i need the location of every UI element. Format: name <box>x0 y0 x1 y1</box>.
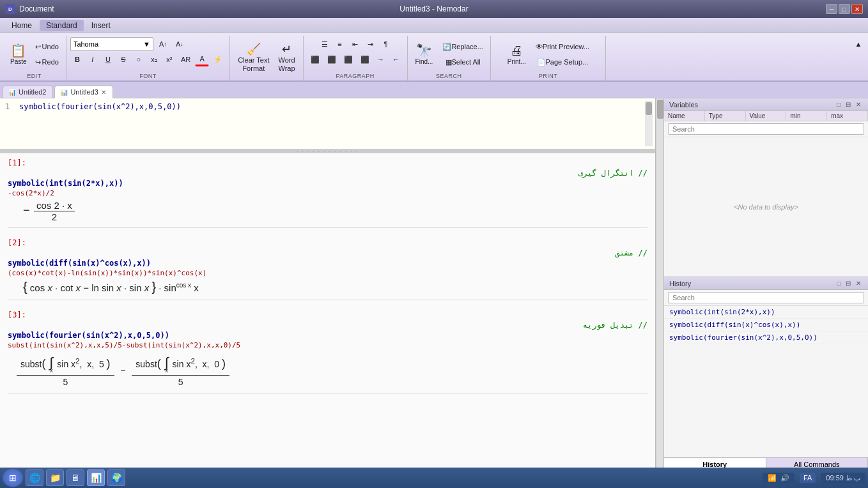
variables-minimize-btn[interactable]: □ <box>835 100 842 109</box>
menu-insert[interactable]: Insert <box>85 20 117 31</box>
fontcolor-button[interactable]: A <box>195 52 209 66</box>
subscript-button[interactable]: x₂ <box>147 52 161 66</box>
highlight-button[interactable]: ⚡ <box>210 52 226 66</box>
taskbar-icon-computer[interactable]: 🖥 <box>66 469 84 486</box>
tab-close-untitled3[interactable]: ✕ <box>101 89 106 96</box>
taskbar-icon-ie[interactable]: 🌐 <box>26 469 43 486</box>
variables-close-btn[interactable]: ✕ <box>854 100 863 109</box>
output-result-text-2: (cos(x)*cot(x)-ln(sin(x))*sin(x))*sin(x)… <box>8 269 647 277</box>
underline-button[interactable]: U <box>101 52 115 66</box>
align-left-button[interactable]: ⬛ <box>307 52 323 66</box>
output-code-2: symbolic(diff(sin(x)^cos(x),x)) <box>8 259 647 268</box>
output-comment-2: // مشتق <box>8 248 647 257</box>
allcaps-button[interactable]: AR <box>178 52 194 66</box>
collapse-ribbon-button[interactable]: ▲ <box>851 37 865 51</box>
variables-panel: Variables □ ⊟ ✕ Name Type Value min max … <box>664 98 868 277</box>
output-divider-1 <box>8 227 647 228</box>
history-close-btn[interactable]: ✕ <box>854 279 863 287</box>
word-wrap-button[interactable]: ↵ WordWrap <box>274 41 298 75</box>
taskbar: ⊞ 🌐 📁 🖥 📊 🌍 📶 🔊 FA 09:59 ب.ظ <box>0 468 868 488</box>
font-name: Tahoma <box>74 40 98 48</box>
strikethrough-button[interactable]: S <box>116 52 130 66</box>
paragraph-group-label: PARAGRAPH <box>336 73 374 79</box>
history-detach-btn[interactable]: ⊟ <box>844 279 853 287</box>
ribbon: 📋 Paste ↩ Undo ↪ Redo EDIT <box>0 33 868 82</box>
taskbar-time: 09:59 ب.ظ <box>821 473 865 484</box>
clear-format-button[interactable]: 🧹 Clear TextFormat <box>234 41 273 75</box>
col-value: Value <box>746 111 787 121</box>
taskbar-systray: 📶 🔊 <box>763 473 794 484</box>
close-button[interactable]: ✕ <box>851 4 863 14</box>
print-preview-button[interactable]: 👁 Print Preview... <box>532 40 593 54</box>
input-scrollbar-thumb <box>646 102 652 115</box>
grow-font-button[interactable]: A↑ <box>156 37 170 51</box>
output-math-2: { cos x · cot x − ln sin x · sin x } · s… <box>23 280 647 294</box>
font-row2: B I U S ○ x₂ x² AR A ⚡ <box>70 52 226 66</box>
font-group-label: FONT <box>139 73 157 79</box>
select-all-icon: ▦ <box>446 58 452 66</box>
variables-title: Variables <box>669 101 698 109</box>
editor-scrollbar[interactable] <box>656 98 663 471</box>
taskbar-icon-nemodar[interactable]: 📊 <box>87 469 105 486</box>
page-setup-button[interactable]: 📄 Page Setup... <box>532 55 593 69</box>
history-item-2[interactable]: symbolic(fourier(sin(x^2),x,0,5,0)) <box>664 332 868 344</box>
shrink-font-button[interactable]: A↓ <box>173 37 187 51</box>
start-button[interactable]: ⊞ <box>3 469 23 487</box>
font-buttons: Tahoma ▼ A↑ A↓ B I U S ○ x₂ x² AR A ⚡ <box>70 37 226 72</box>
print-button[interactable]: 🖨 Print... <box>504 37 530 72</box>
tab-untitled2[interactable]: 📊 Untitled2 <box>3 86 53 98</box>
history-minimize-btn[interactable]: □ <box>835 279 842 287</box>
align-center-button[interactable]: ⬛ <box>324 52 339 66</box>
menu-bar: Home Standard Insert <box>0 18 868 33</box>
clear-format-label: Clear TextFormat <box>238 56 269 73</box>
outdent-button[interactable]: ⇤ <box>348 37 362 51</box>
taskbar-icon-browser[interactable]: 🌍 <box>107 469 125 486</box>
code-input[interactable]: symbolic(fourier(sin(x^2),x,0,5,0)) <box>18 101 645 146</box>
app-icon: D <box>5 4 15 14</box>
eraser-icon: 🧹 <box>247 43 261 55</box>
variables-search-input[interactable] <box>668 123 864 135</box>
variables-panel-header: Variables □ ⊟ ✕ <box>664 98 868 111</box>
history-item-0[interactable]: symbolic(int(sin(2*x),x)) <box>664 306 868 319</box>
paragraph-buttons: ☰ ≡ ⇤ ⇥ ¶ ⬛ ⬛ ⬛ ⬛ → ← <box>307 37 403 72</box>
paste-label: Paste <box>10 58 27 65</box>
para-row1: ☰ ≡ ⇤ ⇥ ¶ <box>318 37 393 51</box>
numbered-list-button[interactable]: ≡ <box>333 37 347 51</box>
tab-icon-3: 📊 <box>60 89 68 96</box>
paragraph-mark-button[interactable]: ¶ <box>379 37 393 51</box>
redo-button[interactable]: ↪ Redo <box>32 55 62 69</box>
italic-button[interactable]: I <box>86 52 100 66</box>
align-right-button[interactable]: ⬛ <box>341 52 356 66</box>
align-justify-button[interactable]: ⬛ <box>357 52 373 66</box>
ribbon-group-print: 🖨 Print... 👁 Print Preview... 📄 Page Set… <box>491 36 606 80</box>
history-search-input[interactable] <box>668 292 864 303</box>
variables-detach-btn[interactable]: ⊟ <box>844 100 853 109</box>
paste-button[interactable]: 📋 Paste <box>6 37 31 72</box>
input-scrollbar[interactable] <box>645 101 653 146</box>
output-area[interactable]: [1]: // انتگرال گیری symbolic(int(sin(2*… <box>0 153 655 471</box>
col-max: max <box>827 111 868 121</box>
select-all-button[interactable]: ▦ Select All <box>439 55 486 69</box>
editor-scrollbar-thumb <box>657 100 663 119</box>
superscript-button[interactable]: x² <box>162 52 176 66</box>
bold-button[interactable]: B <box>70 52 84 66</box>
menu-home[interactable]: Home <box>5 20 38 31</box>
ltr-button[interactable]: ← <box>389 52 403 66</box>
tab-untitled3[interactable]: 📊 Untitled3 ✕ <box>54 86 112 98</box>
font-selector[interactable]: Tahoma ▼ <box>70 37 153 51</box>
outline-button[interactable]: ○ <box>132 52 146 66</box>
output-divider-3 <box>8 393 647 394</box>
replace-button[interactable]: 🔄 Replace... <box>439 40 486 54</box>
ribbon-group-font: Tahoma ▼ A↑ A↓ B I U S ○ x₂ x² AR A ⚡ <box>66 36 230 80</box>
minimize-button[interactable]: ─ <box>826 4 837 14</box>
indent-button[interactable]: ⇥ <box>364 37 378 51</box>
taskbar-icon-explorer[interactable]: 📁 <box>46 469 64 486</box>
history-item-1[interactable]: symbolic(diff(sin(x)^cos(x),x)) <box>664 319 868 332</box>
maximize-button[interactable]: □ <box>839 4 850 14</box>
rtl-button[interactable]: → <box>374 52 388 66</box>
list-button[interactable]: ☰ <box>318 37 332 51</box>
menu-standard[interactable]: Standard <box>40 20 84 31</box>
undo-button[interactable]: ↩ Undo <box>32 40 62 54</box>
page-setup-label: Page Setup... <box>546 58 589 66</box>
binoculars-button[interactable]: 🔭 Find... <box>412 37 437 72</box>
